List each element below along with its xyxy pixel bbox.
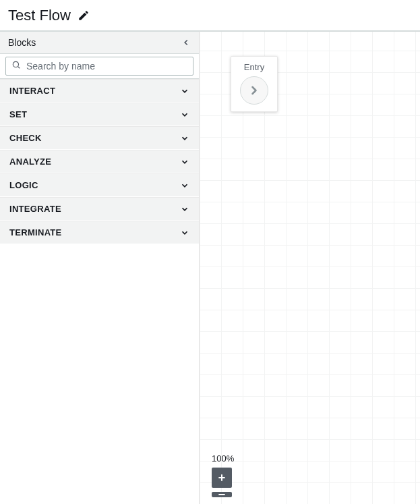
zoom-controls: 100% — [212, 453, 234, 497]
zoom-out-button[interactable] — [212, 492, 232, 497]
svg-line-1 — [18, 67, 20, 69]
category-check[interactable]: CHECK — [0, 126, 199, 150]
page-title: Test Flow — [8, 7, 71, 24]
category-interact[interactable]: INTERACT — [0, 79, 199, 103]
search-input[interactable] — [6, 58, 193, 74]
blocks-sidebar: Blocks INTERACT SET CHECK AN — [0, 31, 200, 504]
edit-title-icon[interactable] — [78, 9, 90, 22]
category-label: CHECK — [9, 133, 42, 143]
search-wrapper — [5, 57, 193, 76]
svg-point-0 — [13, 61, 18, 67]
search-row — [0, 54, 199, 79]
category-label: INTEGRATE — [9, 204, 61, 214]
category-integrate[interactable]: INTEGRATE — [0, 197, 199, 221]
chevron-down-icon — [180, 204, 189, 214]
category-analyze[interactable]: ANALYZE — [0, 150, 199, 173]
search-icon — [11, 60, 21, 72]
category-label: INTERACT — [9, 86, 55, 96]
chevron-down-icon — [180, 110, 189, 119]
chevron-down-icon — [180, 134, 189, 143]
category-label: ANALYZE — [9, 157, 51, 167]
sidebar-title: Blocks — [8, 37, 36, 48]
chevron-down-icon — [180, 157, 189, 167]
zoom-in-button[interactable] — [212, 468, 232, 488]
zoom-level: 100% — [212, 453, 234, 464]
chevron-down-icon — [180, 86, 189, 96]
category-label: LOGIC — [9, 180, 38, 190]
chevron-down-icon — [180, 181, 189, 190]
category-logic[interactable]: LOGIC — [0, 173, 199, 197]
entry-node-label: Entry — [237, 62, 272, 72]
sidebar-header: Blocks — [0, 32, 199, 54]
chevron-down-icon — [180, 228, 189, 237]
category-terminate[interactable]: TERMINATE — [0, 221, 199, 244]
flow-canvas[interactable]: Entry 100% — [200, 31, 420, 504]
collapse-sidebar-icon[interactable] — [181, 38, 191, 47]
category-label: TERMINATE — [9, 227, 62, 237]
entry-node[interactable]: Entry — [231, 56, 278, 112]
category-set[interactable]: SET — [0, 103, 199, 126]
header: Test Flow — [0, 0, 420, 31]
category-label: SET — [9, 109, 27, 119]
entry-node-start-icon[interactable] — [240, 76, 268, 105]
